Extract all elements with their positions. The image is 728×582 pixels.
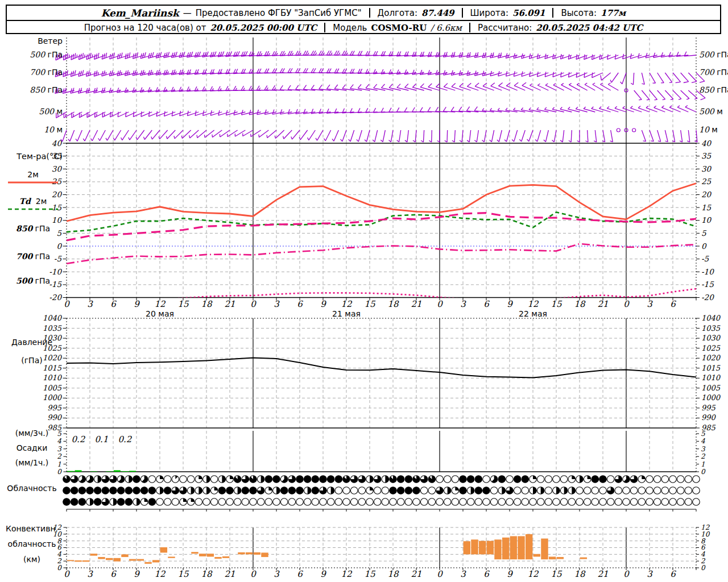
- svg-text:6: 6: [670, 299, 676, 309]
- svg-text:9: 9: [320, 299, 326, 309]
- station-name: Kem_Mariinsk: [101, 7, 179, 19]
- svg-text:18: 18: [201, 299, 213, 309]
- svg-text:1000: 1000: [701, 393, 721, 402]
- altitude-label: Высота:: [561, 8, 597, 18]
- svg-text:3: 3: [87, 299, 93, 309]
- wind-level-label-850hpa: 850 гПа: [0, 85, 63, 94]
- longitude-label: Долгота:: [378, 8, 418, 18]
- svg-text:21: 21: [224, 569, 235, 579]
- svg-text:0: 0: [250, 299, 257, 309]
- svg-text:15: 15: [177, 569, 189, 579]
- svg-text:9: 9: [134, 299, 140, 309]
- svg-text:6: 6: [297, 569, 303, 579]
- pressure-panel-title: Давление: [0, 338, 64, 347]
- meteogram-screen: 40403535303025252020151510105500-5-5-10-…: [0, 0, 728, 582]
- svg-text:40: 40: [701, 139, 712, 148]
- svg-text:0: 0: [64, 569, 70, 579]
- legend-line-td2m: [5, 207, 61, 211]
- svg-text:1030: 1030: [701, 334, 721, 342]
- svg-text:1025: 1025: [701, 344, 721, 352]
- svg-text:-10: -10: [49, 267, 62, 276]
- svg-text:12: 12: [527, 299, 539, 309]
- wind-barbs-700гПа: [55, 68, 705, 85]
- svg-text:990: 990: [47, 413, 63, 422]
- svg-text:3: 3: [647, 569, 653, 579]
- svg-text:0: 0: [56, 242, 62, 251]
- svg-text:1005: 1005: [701, 384, 721, 392]
- svg-text:0: 0: [57, 564, 62, 572]
- meteogram-canvas: 40403535303025252020151510105500-5-5-10-…: [0, 0, 728, 582]
- legend-line-t2m: [5, 180, 61, 185]
- svg-text:990: 990: [701, 413, 717, 422]
- divider: [324, 23, 325, 32]
- pressure-curve: [67, 358, 696, 378]
- svg-text:6: 6: [110, 569, 117, 579]
- divider: [469, 23, 470, 32]
- svg-text:-10: -10: [701, 267, 714, 276]
- svg-text:12: 12: [154, 569, 166, 579]
- conv-panel-unit: (км): [0, 555, 64, 564]
- svg-text:3: 3: [274, 299, 280, 309]
- svg-text:18: 18: [387, 299, 399, 309]
- svg-text:25: 25: [701, 177, 712, 186]
- svg-text:3: 3: [701, 445, 706, 453]
- wind-level-label-500hpa: 500 гПа: [0, 50, 63, 59]
- svg-text:-20: -20: [701, 293, 714, 302]
- svg-text:12: 12: [154, 299, 166, 309]
- legend-700hpa: 700 гПа: [1, 252, 65, 267]
- wind-level-label-500m-right: 500 м: [699, 107, 723, 116]
- svg-text:0: 0: [437, 569, 443, 579]
- svg-text:995: 995: [47, 404, 62, 412]
- header-box: Kem_Mariinsk — Предоставлено ФГБУ "ЗапСи…: [6, 5, 721, 34]
- divider: [462, 8, 463, 18]
- wind-level-label-500hpa-right: 500 гПа: [699, 50, 728, 59]
- model-label: Модель: [333, 23, 367, 33]
- svg-text:0: 0: [250, 569, 257, 579]
- svg-text:1040: 1040: [43, 314, 63, 322]
- svg-text:21: 21: [411, 569, 421, 579]
- svg-text:1040: 1040: [701, 314, 721, 322]
- svg-text:0: 0: [701, 242, 707, 251]
- forecast-label: Прогноз на 120 часа(ов) от: [84, 23, 206, 33]
- temp-curve-t850: [67, 213, 696, 240]
- svg-text:1020: 1020: [701, 354, 721, 362]
- svg-text:0.2: 0.2: [72, 434, 86, 444]
- header-row-1: Kem_Mariinsk — Предоставлено ФГБУ "ЗапСи…: [7, 6, 720, 21]
- legend-line-500hpa: [5, 286, 61, 291]
- svg-text:12: 12: [341, 299, 353, 309]
- svg-text:18: 18: [387, 569, 399, 579]
- svg-text:21: 21: [224, 299, 235, 309]
- legend-line-700hpa: [5, 262, 61, 267]
- svg-text:995: 995: [701, 404, 716, 412]
- cloud-panel-title: Облачность: [0, 484, 64, 493]
- forecast-start-value: 20.05.2025 00:00 UTC: [210, 23, 317, 33]
- svg-text:21: 21: [597, 569, 608, 579]
- svg-text:5: 5: [701, 228, 707, 238]
- svg-text:0: 0: [701, 468, 706, 476]
- wind-level-label-700hpa: 700 гПа: [0, 68, 63, 77]
- svg-text:10: 10: [52, 215, 63, 225]
- pressure-panel-unit: (гПа): [0, 356, 64, 365]
- svg-text:30: 30: [701, 164, 712, 173]
- svg-text:9: 9: [320, 569, 326, 579]
- precip-panel: 5544332211000.20.10.2: [57, 430, 706, 476]
- svg-text:0: 0: [57, 468, 62, 476]
- svg-text:-15: -15: [701, 280, 714, 289]
- svg-text:0: 0: [64, 299, 70, 309]
- header-row-2: Прогноз на 120 часа(ов) от 20.05.2025 00…: [7, 21, 720, 34]
- svg-text:6: 6: [483, 569, 490, 579]
- svg-text:1: 1: [701, 460, 705, 468]
- latitude-label: Широта:: [470, 8, 508, 18]
- svg-text:1005: 1005: [43, 384, 62, 392]
- wind-barbs-10м: [61, 128, 697, 142]
- wind-barbs-500м: [56, 106, 696, 118]
- svg-text:6: 6: [670, 569, 676, 579]
- svg-text:1035: 1035: [43, 324, 62, 332]
- svg-text:21: 21: [597, 299, 608, 309]
- svg-text:-20: -20: [49, 293, 62, 302]
- legend-line-850hpa: [5, 234, 61, 239]
- latitude-value: 56.091: [512, 8, 545, 18]
- svg-text:12: 12: [527, 569, 539, 579]
- svg-text:9: 9: [134, 569, 140, 579]
- svg-text:15: 15: [177, 299, 189, 309]
